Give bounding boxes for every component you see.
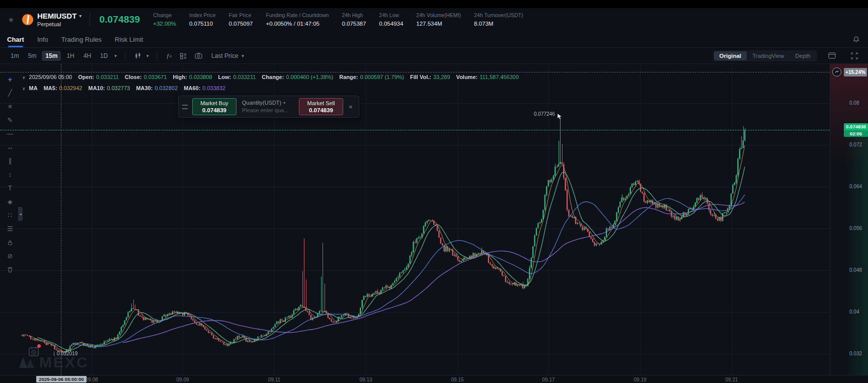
- drag-handle-icon[interactable]: [182, 105, 188, 109]
- current-price-line: [0, 130, 830, 130]
- time-tick-label: 09.09: [176, 377, 189, 382]
- quantity-label: Quantity(USDT): [242, 100, 281, 106]
- ticker-stat: 24h Volume(HEMI)127.534M: [416, 12, 461, 28]
- time-tick-label: 09.13: [359, 377, 372, 382]
- toolbar-divider: [125, 52, 125, 60]
- ticker-stat: 24h Turnover(USDT)8.073M: [474, 12, 523, 28]
- price-tick-label: 0.04: [849, 309, 859, 315]
- mouse-cursor-icon: [557, 113, 563, 120]
- quantity-input[interactable]: Quantity(USDT) Please enter qua...: [241, 98, 294, 115]
- trading-app: HEMIUSDT Perpetual 0.074839 Change+32.00…: [0, 0, 868, 383]
- ticker-stat: 24h High0.075387: [342, 12, 366, 28]
- chart-area: 0.080.0720.0640.0560.0480.040.032 +15.24…: [0, 64, 868, 383]
- panel-collapse-handle[interactable]: ◂: [18, 207, 23, 221]
- timeframe-5m[interactable]: 5m: [25, 51, 40, 61]
- tab-chart[interactable]: Chart: [7, 31, 24, 47]
- ohlc-field-label: Close:: [125, 74, 142, 80]
- panel-layout-icon[interactable]: [828, 52, 836, 59]
- stat-label: 24h Turnover(USDT): [474, 12, 523, 19]
- session-low-marker: ⌊ 0.032019: [53, 351, 77, 356]
- fullscreen-icon[interactable]: [851, 52, 858, 59]
- header-divider: [90, 13, 90, 26]
- timeframe-4H[interactable]: 4H: [80, 51, 95, 61]
- price-alert-icon[interactable]: [832, 67, 841, 76]
- price-tick-label: 0.08: [849, 100, 859, 106]
- stat-label: 24h Low: [379, 12, 403, 19]
- shapes-tool-icon[interactable]: ◈: [4, 196, 16, 207]
- timeframe-1m[interactable]: 1m: [7, 51, 23, 61]
- tab-risk-limit[interactable]: Risk Limit: [115, 31, 143, 47]
- tab-info[interactable]: Info: [37, 31, 48, 47]
- history-calendar-icon[interactable]: [28, 345, 40, 359]
- market-buy-label: Market Buy: [195, 100, 234, 106]
- current-price-value: 0.074838: [844, 123, 868, 130]
- stat-value: 0.075110: [189, 20, 216, 27]
- screenshot-camera-icon[interactable]: [195, 52, 202, 59]
- price-tick-label: 0.056: [849, 225, 862, 231]
- trend-line-tool-icon[interactable]: ╱: [4, 88, 16, 98]
- pattern-tool-icon[interactable]: ∷: [4, 210, 16, 220]
- current-price-badge: 0.074838 02:05: [844, 123, 868, 137]
- market-sell-button[interactable]: Market Sell 0.074839: [299, 98, 343, 115]
- ohlc-field-value: 0.000597 (1.79%): [360, 74, 404, 80]
- indicator-template-tool-icon[interactable]: ☰: [4, 223, 16, 234]
- eye-off-tool-icon[interactable]: ⊘: [4, 251, 16, 261]
- market-buy-price: 0.074839: [195, 107, 234, 113]
- ma-label: MA5:: [44, 85, 57, 91]
- fib-retracement-tool-icon[interactable]: ≡: [4, 101, 16, 112]
- close-panel-icon[interactable]: [348, 103, 354, 111]
- favorite-star-icon[interactable]: [7, 16, 15, 24]
- view-mode-original[interactable]: Original: [714, 51, 747, 60]
- stat-value: 0.075387: [342, 20, 366, 27]
- ma-label: MA10:: [88, 85, 105, 91]
- delete-tool-icon[interactable]: [4, 264, 16, 275]
- market-buy-button[interactable]: Market Buy 0.074839: [192, 98, 236, 115]
- ohlc-field-label: High:: [173, 74, 187, 80]
- tab-trading-rules[interactable]: Trading Rules: [61, 31, 102, 47]
- symbol-selector[interactable]: HEMIUSDT: [37, 12, 82, 21]
- ticker-stat: Change+32.00%: [153, 12, 176, 28]
- ohlc-field-value: 0.033211: [96, 74, 119, 80]
- candle-style-icon[interactable]: [134, 52, 141, 59]
- percent-change-badge: +15.24%: [844, 68, 867, 76]
- ma-label: MA60:: [184, 85, 200, 91]
- price-source-dropdown[interactable]: Last Price: [211, 52, 247, 59]
- collapse-caret-icon[interactable]: ∨: [22, 86, 26, 91]
- timeframe-1D[interactable]: 1D: [97, 51, 111, 61]
- time-tick-label: 09.08: [85, 377, 98, 382]
- timeframe-1H[interactable]: 1H: [63, 51, 77, 61]
- percent-crosshair-line: [0, 72, 830, 72]
- vertical-line-tool-icon[interactable]: ↕: [4, 169, 16, 180]
- ticker-stat: 24h Low0.054934: [379, 12, 403, 28]
- stat-label: Change: [153, 12, 176, 19]
- time-tick-label: 09.17: [542, 377, 555, 382]
- lock-tool-icon[interactable]: [4, 237, 16, 248]
- chart-toolbar: 1m5m15m1H4H1D ƒx Last Price OriginalTrad…: [0, 48, 868, 64]
- timeframe-15m[interactable]: 15m: [42, 51, 61, 61]
- notification-bell-icon[interactable]: [852, 36, 860, 43]
- collapse-caret-icon[interactable]: ∨: [22, 75, 26, 80]
- horizontal-line-tool-icon[interactable]: ―: [4, 128, 16, 139]
- chart-settings-icon[interactable]: [180, 52, 187, 59]
- candle-style-more-icon[interactable]: [146, 53, 149, 58]
- ohlc-field-label: Low:: [218, 74, 231, 80]
- timeframe-more-icon[interactable]: [114, 53, 117, 58]
- stat-value: +0.0050% / 01:47:05: [266, 20, 329, 27]
- indicators-fx-icon[interactable]: ƒx: [166, 52, 172, 60]
- ohlc-field-value: 0.033671: [144, 74, 167, 80]
- time-axis[interactable]: 09.0809.0909.1109.1309.1509.1709.1909.21: [0, 375, 868, 383]
- view-mode-depth[interactable]: Depth: [790, 51, 816, 60]
- view-mode-tradingview[interactable]: TradingView: [747, 51, 790, 60]
- ohlc-field-label: Range:: [339, 74, 358, 80]
- parallel-channel-tool-icon[interactable]: ∥: [4, 156, 16, 166]
- ticker-stats: Change+32.00%Index Price0.075110Fair Pri…: [153, 12, 523, 28]
- brush-tool-icon[interactable]: ✎: [4, 115, 16, 125]
- candlestick-canvas[interactable]: [0, 64, 830, 375]
- chevron-down-icon: [283, 101, 285, 105]
- arrow-tool-icon[interactable]: ↔: [4, 142, 16, 152]
- text-tool-icon[interactable]: T: [4, 183, 16, 193]
- stat-label: Funding Rate / Countdown: [266, 12, 329, 19]
- price-axis[interactable]: 0.080.0720.0640.0560.0480.040.032: [830, 64, 868, 375]
- toolbar-divider: [156, 52, 157, 60]
- crosshair-tool-icon[interactable]: +: [4, 74, 16, 85]
